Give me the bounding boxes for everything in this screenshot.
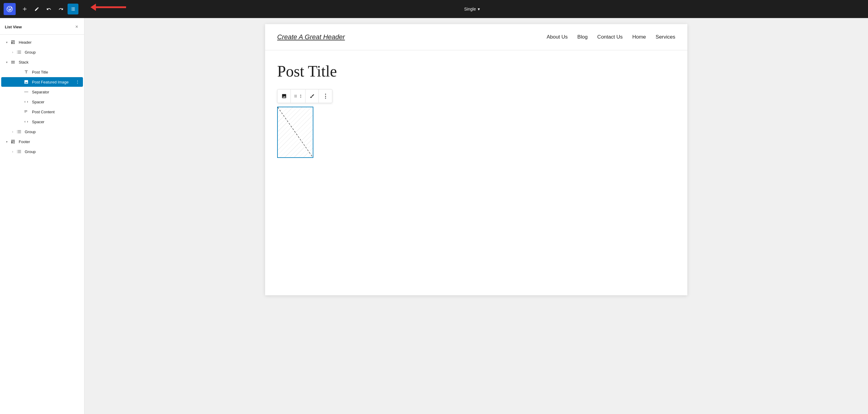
spacer2-label: Spacer xyxy=(32,119,81,124)
separator-label: Separator xyxy=(32,90,81,94)
placeholder-diagonal xyxy=(278,107,313,157)
sidebar-item-footer[interactable]: ▾ Footer xyxy=(1,137,83,146)
undo-icon xyxy=(46,7,51,11)
site-header-block: Create A Great Header About Us Blog Cont… xyxy=(265,24,687,50)
post-featured-image-label: Post Featured Image xyxy=(32,80,74,84)
close-sidebar-button[interactable]: × xyxy=(74,23,79,31)
header-label: Header xyxy=(19,40,81,44)
view-selector-dropdown[interactable]: Single ▾ xyxy=(461,5,483,13)
featured-image-block[interactable] xyxy=(277,107,313,158)
spacer-icon xyxy=(23,99,30,105)
sidebar-item-post-content[interactable]: Post Content xyxy=(1,107,83,116)
more-options-icon[interactable]: ⋮ xyxy=(74,79,81,85)
image-block-icon xyxy=(281,94,287,99)
footer-label: Footer xyxy=(19,139,81,144)
sidebar-item-group1[interactable]: › Group xyxy=(1,47,83,57)
svg-point-0 xyxy=(294,95,295,96)
sidebar-item-spacer2[interactable]: Spacer xyxy=(1,117,83,127)
expand-group2-icon[interactable]: › xyxy=(10,129,16,135)
nav-contact-us[interactable]: Contact Us xyxy=(597,34,622,40)
stack-label: Stack xyxy=(19,60,81,65)
svg-point-4 xyxy=(294,97,295,97)
drag-handle-group[interactable] xyxy=(291,90,306,103)
nav-home[interactable]: Home xyxy=(632,34,646,40)
sidebar-item-post-featured-image[interactable]: Post Featured Image ⋮ xyxy=(1,77,83,87)
red-arrow-annotation xyxy=(91,4,126,11)
plus-icon xyxy=(22,7,27,11)
svg-line-6 xyxy=(278,107,313,157)
site-navigation: About Us Blog Contact Us Home Services xyxy=(547,34,675,40)
svg-point-5 xyxy=(296,97,297,97)
sidebar-item-group3[interactable]: › Group xyxy=(1,147,83,157)
redo-icon xyxy=(59,7,63,11)
sidebar-header: List View × xyxy=(0,18,84,35)
content-area: Post Title ⋮ xyxy=(265,50,687,170)
list-view-button[interactable] xyxy=(67,4,79,14)
edit-button[interactable] xyxy=(31,4,42,14)
close-icon: × xyxy=(75,24,78,30)
nav-blog[interactable]: Blog xyxy=(577,34,588,40)
svg-point-2 xyxy=(294,96,295,96)
template-icon xyxy=(10,39,16,45)
view-selector-label: Single xyxy=(464,7,476,11)
wp-icon xyxy=(6,5,13,13)
post-title-label: Post Title xyxy=(32,70,81,74)
undo-button[interactable] xyxy=(43,4,54,14)
post-content-icon xyxy=(23,108,30,115)
canvas-area: Create A Great Header About Us Blog Cont… xyxy=(85,18,868,414)
sidebar-item-post-title[interactable]: Post Title xyxy=(1,67,83,77)
block-style-button[interactable] xyxy=(306,90,319,103)
drag-icon xyxy=(293,94,298,99)
add-block-button[interactable] xyxy=(19,4,30,14)
svg-point-1 xyxy=(296,95,297,96)
block-tree: ▾ Header › Group ▾ Stack xyxy=(0,35,84,159)
list-view-icon xyxy=(70,7,75,11)
expand-footer-icon[interactable]: ▾ xyxy=(4,139,10,145)
nav-about-us[interactable]: About Us xyxy=(547,34,568,40)
spacer1-label: Spacer xyxy=(32,100,81,104)
post-title-icon xyxy=(23,69,30,75)
paint-brush-icon xyxy=(310,94,315,99)
sidebar-item-separator[interactable]: Separator xyxy=(1,87,83,97)
group3-label: Group xyxy=(25,149,81,154)
spacer2-icon xyxy=(23,118,30,125)
block-toolbar: ⋮ xyxy=(277,89,332,103)
top-toolbar: Single ▾ xyxy=(0,0,868,18)
wordpress-logo[interactable] xyxy=(4,3,16,15)
page-canvas: Create A Great Header About Us Blog Cont… xyxy=(265,24,687,295)
separator-icon xyxy=(23,89,30,95)
main-area: List View × ▾ Header › Group xyxy=(0,18,868,414)
site-logo[interactable]: Create A Great Header xyxy=(277,33,345,41)
more-options-button[interactable]: ⋮ xyxy=(319,90,332,103)
group2-icon xyxy=(16,128,22,135)
chevron-down-icon: ▾ xyxy=(478,7,480,11)
post-title-block: Post Title xyxy=(277,62,675,80)
expand-group3-icon[interactable]: › xyxy=(10,148,16,154)
sidebar-title: List View xyxy=(5,25,22,29)
expand-header-icon[interactable]: ▾ xyxy=(4,39,10,45)
sidebar-item-stack[interactable]: ▾ Stack xyxy=(1,57,83,67)
stack-icon xyxy=(10,59,16,65)
footer-template-icon xyxy=(10,138,16,145)
sidebar-item-group2[interactable]: › Group xyxy=(1,127,83,137)
expand-group1-icon[interactable]: › xyxy=(10,49,16,55)
post-content-label: Post Content xyxy=(32,110,81,114)
sidebar-item-spacer1[interactable]: Spacer xyxy=(1,97,83,107)
sidebar-list-view: List View × ▾ Header › Group xyxy=(0,18,85,414)
svg-point-3 xyxy=(296,96,297,96)
sidebar-item-header[interactable]: ▾ Header xyxy=(1,37,83,47)
toolbar-center: Single ▾ xyxy=(80,5,864,13)
redo-button[interactable] xyxy=(56,4,66,14)
group2-label: Group xyxy=(25,130,81,134)
nav-services[interactable]: Services xyxy=(656,34,675,40)
group-icon xyxy=(16,49,22,56)
arrow-head xyxy=(91,4,96,11)
three-dots-icon: ⋮ xyxy=(323,93,329,99)
group1-label: Group xyxy=(25,50,81,55)
featured-image-icon xyxy=(23,79,30,85)
arrow-line xyxy=(96,6,126,8)
expand-stack-icon[interactable]: ▾ xyxy=(4,59,10,65)
block-type-switcher-button[interactable] xyxy=(277,90,291,103)
pencil-icon xyxy=(34,7,39,11)
group3-icon xyxy=(16,148,22,155)
